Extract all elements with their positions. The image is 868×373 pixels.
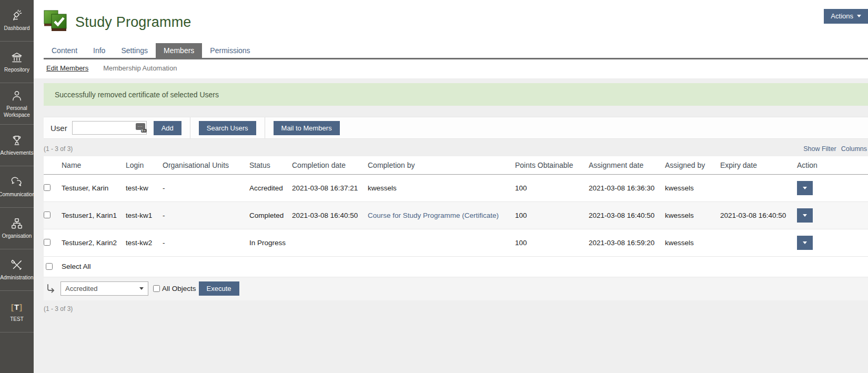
sidebar-item-label: Repository <box>4 67 29 74</box>
sidebar-item-label: TEST <box>10 316 24 323</box>
tab-content[interactable]: Content <box>44 43 85 58</box>
columns-dropdown[interactable]: Columns <box>841 145 867 153</box>
sidebar-item-achievements[interactable]: Achievements <box>0 125 34 166</box>
certificate-link[interactable]: Course for Study Programme (Certificate) <box>368 211 499 219</box>
apply-to-selection-icon <box>46 284 56 294</box>
chevron-down-icon <box>857 15 861 19</box>
sidebar-item-label: Organisation <box>2 233 32 240</box>
tab-info[interactable]: Info <box>85 43 113 58</box>
bulk-action-select[interactable]: Accredited <box>60 281 148 296</box>
sidebar-item-communication[interactable]: Communication <box>0 166 34 208</box>
sidebar-item-personal-workspace[interactable]: Personal Workspace <box>0 83 34 125</box>
sidebar-item-label: Personal Workspace <box>2 105 32 118</box>
col-assigned-by: Assigned by <box>665 156 720 175</box>
pagination-bottom: (1 - 3 of 3) <box>44 300 868 312</box>
app-window: Dashboard Repository Personal Workspace <box>0 0 868 373</box>
add-button[interactable]: Add <box>154 121 181 135</box>
search-users-button[interactable]: Search Users <box>199 121 256 135</box>
subtab-membership-automation[interactable]: Membership Automation <box>103 64 177 72</box>
row-checkbox[interactable] <box>44 184 51 191</box>
table-row: Testuser, Karin test-kw - Accredited 202… <box>44 175 868 202</box>
col-completion-by: Completion by <box>368 156 515 175</box>
study-programme-icon <box>44 10 68 34</box>
mail-to-members-button[interactable]: Mail to Members <box>274 121 340 135</box>
member-toolbar: User ... 9+ Add Search Users Mail to Mem… <box>44 117 868 139</box>
chevron-down-icon <box>803 214 807 219</box>
actions-button[interactable]: Actions <box>824 9 868 24</box>
bulk-action-row: Accredited All Objects Execute <box>44 277 868 300</box>
table-row: Testuser1, Karin1 test-kw1 - Completed 2… <box>44 202 868 229</box>
tab-settings[interactable]: Settings <box>113 43 156 58</box>
subtab-bar: Edit Members Membership Automation <box>34 59 868 78</box>
communication-icon <box>10 175 24 189</box>
col-status: Status <box>249 156 292 175</box>
select-all-label: Select All <box>62 263 91 270</box>
col-completion-date: Completion date <box>292 156 368 175</box>
row-action-dropdown[interactable] <box>797 208 813 223</box>
sidebar-item-test[interactable]: [T] TEST <box>0 291 34 332</box>
members-table: Name Login Organisational Units Status C… <box>44 156 868 257</box>
sidebar-item-dashboard[interactable]: Dashboard <box>0 0 34 42</box>
toolbar-separator <box>190 117 190 138</box>
toolbar-separator <box>265 117 265 138</box>
autocomplete-icon: ... 9+ <box>136 123 145 130</box>
tab-permissions[interactable]: Permissions <box>202 43 258 58</box>
user-label: User <box>51 124 67 133</box>
main-content: Study Programme Actions Content Info Set… <box>34 0 868 373</box>
main-sidebar: Dashboard Repository Personal Workspace <box>0 0 34 373</box>
personal-workspace-icon <box>10 89 24 103</box>
col-points-obtainable: Points Obtainable <box>515 156 589 175</box>
repository-icon <box>10 51 24 64</box>
dashboard-icon <box>10 9 24 23</box>
table-row: Testuser2, Karin2 test-kw2 - In Progress… <box>44 229 868 257</box>
sidebar-item-label: Achievements <box>1 150 34 157</box>
tab-members[interactable]: Members <box>156 43 202 58</box>
success-message: Successfully removed certificate of sele… <box>44 83 868 106</box>
tab-bar: Content Info Settings Members Permission… <box>44 43 868 59</box>
show-filter-link[interactable]: Show Filter <box>803 145 836 153</box>
execute-button[interactable]: Execute <box>199 281 239 296</box>
col-org-units: Organisational Units <box>163 156 249 175</box>
row-action-dropdown[interactable] <box>797 236 813 250</box>
sidebar-item-label: Dashboard <box>4 25 30 32</box>
col-action: Action <box>797 156 868 175</box>
sidebar-item-organisation[interactable]: Organisation <box>0 208 34 249</box>
chevron-down-icon <box>139 287 144 292</box>
all-objects-label: All Objects <box>162 285 196 293</box>
administration-icon <box>10 258 24 272</box>
all-objects-checkbox[interactable] <box>153 285 160 292</box>
select-all-checkbox[interactable] <box>46 263 53 270</box>
row-checkbox[interactable] <box>44 211 51 218</box>
row-action-dropdown[interactable] <box>797 181 813 195</box>
col-expiry-date: Expiry date <box>720 156 797 175</box>
col-login: Login <box>126 156 163 175</box>
pagination-top: (1 - 3 of 3) <box>44 145 73 153</box>
test-icon: [T] <box>11 300 23 314</box>
sidebar-item-administration[interactable]: Administration <box>0 249 34 291</box>
row-checkbox[interactable] <box>44 239 51 246</box>
subtab-edit-members[interactable]: Edit Members <box>46 64 88 72</box>
page-title: Study Programme <box>75 14 191 31</box>
table-header-row: Name Login Organisational Units Status C… <box>44 156 868 175</box>
content-body: Successfully removed certificate of sele… <box>34 83 868 312</box>
header-zone: Study Programme Actions Content Info Set… <box>34 0 868 78</box>
col-assignment-date: Assignment date <box>589 156 665 175</box>
chevron-down-icon <box>803 241 807 246</box>
sidebar-item-repository[interactable]: Repository <box>0 42 34 83</box>
chevron-down-icon <box>803 187 807 191</box>
sidebar-item-label: Administration <box>0 275 33 281</box>
select-all-row: Select All <box>44 257 868 277</box>
sidebar-item-label: Communication <box>0 191 34 198</box>
col-name: Name <box>62 156 126 175</box>
organisation-icon <box>10 217 24 230</box>
achievements-icon <box>10 134 24 147</box>
